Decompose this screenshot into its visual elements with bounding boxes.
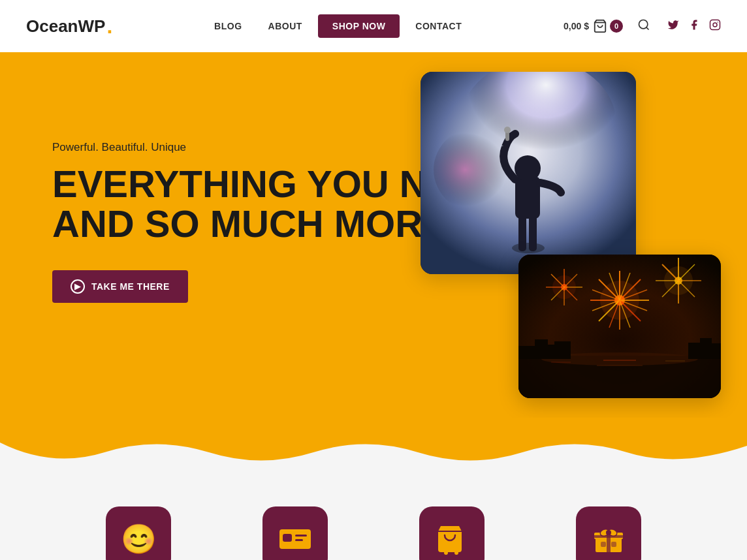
site-logo[interactable]: OceanWP.	[26, 14, 112, 39]
svg-rect-69	[283, 534, 292, 542]
nav-shop-now[interactable]: SHOP NOW	[318, 14, 400, 38]
svg-rect-11	[529, 215, 537, 251]
social-instagram[interactable]	[709, 19, 721, 34]
search-svg	[637, 18, 650, 31]
hero-image-fireworks	[518, 255, 721, 398]
feature-elementor-icon-wrap	[262, 506, 328, 560]
twitter-svg	[667, 19, 679, 31]
multi-purpose-icon: 😊	[121, 525, 157, 553]
cart-area[interactable]: 0,00 $ 0	[564, 19, 623, 33]
ecommerce-icon	[436, 523, 468, 555]
svg-point-74	[454, 551, 458, 555]
feature-extras: Superb Extras	[550, 506, 667, 560]
svg-rect-61	[688, 343, 701, 359]
svg-rect-71	[295, 539, 303, 541]
search-icon[interactable]	[637, 18, 650, 35]
svg-point-1	[639, 20, 648, 28]
feature-elementor: Elementor Ready	[236, 506, 354, 560]
instagram-svg	[709, 19, 721, 31]
wave-svg	[0, 416, 747, 469]
svg-rect-3	[710, 20, 720, 29]
svg-rect-62	[700, 338, 712, 359]
feature-ecommerce: E-Commerce Ready	[393, 506, 511, 560]
svg-rect-78	[594, 535, 623, 538]
hero-image-concert	[421, 72, 636, 274]
svg-rect-10	[518, 215, 526, 251]
feature-extras-icon-wrap	[576, 506, 641, 560]
cart-icon-wrap: 0	[593, 19, 623, 33]
cart-price: 0,00 $	[564, 21, 589, 31]
svg-point-5	[717, 22, 718, 23]
nav-contact[interactable]: CONTACT	[405, 16, 472, 37]
svg-point-56	[664, 266, 693, 295]
elementor-icon	[278, 526, 312, 552]
svg-line-2	[646, 27, 649, 29]
svg-rect-70	[295, 535, 307, 537]
hero-cta-button[interactable]: ▶ TAKE ME THERE	[52, 270, 188, 303]
hero-images	[421, 72, 721, 398]
concert-svg	[421, 72, 636, 274]
fireworks-svg	[518, 255, 721, 398]
features-section: 😊 Multi-Purpose Theme Elementor Ready	[0, 467, 747, 560]
svg-point-54	[600, 281, 639, 320]
cart-icon	[593, 19, 607, 33]
svg-point-15	[504, 127, 511, 133]
cart-count: 0	[610, 20, 623, 33]
hero-section: Powerful. Beautiful. Unique EVERYTHING Y…	[0, 52, 747, 418]
social-icons	[667, 19, 721, 34]
social-facebook[interactable]	[688, 19, 700, 34]
nav-about[interactable]: ABOUT	[258, 16, 313, 37]
svg-rect-59	[545, 345, 554, 359]
svg-rect-60	[554, 341, 571, 359]
feature-multi-purpose: 😊 Multi-Purpose Theme	[80, 506, 197, 560]
svg-point-73	[444, 551, 448, 555]
svg-point-9	[512, 243, 545, 253]
logo-dot: .	[106, 14, 112, 39]
header-right: 0,00 $ 0	[564, 18, 721, 35]
logo-text: OceanWP	[26, 16, 105, 37]
hero-title-line2: AND SO MUCH MORE	[52, 202, 448, 245]
svg-rect-82	[601, 542, 606, 547]
hero-cta-label: TAKE ME THERE	[91, 281, 170, 292]
svg-rect-63	[710, 343, 721, 359]
svg-point-55	[552, 275, 576, 299]
site-header: OceanWP. BLOG ABOUT SHOP NOW CONTACT 0,0…	[0, 0, 747, 52]
feature-multi-purpose-icon-wrap: 😊	[106, 506, 171, 560]
main-nav: BLOG ABOUT SHOP NOW CONTACT	[204, 14, 472, 38]
svg-point-13	[515, 155, 541, 181]
feature-ecommerce-icon-wrap	[419, 506, 485, 560]
svg-rect-83	[611, 542, 616, 547]
social-twitter[interactable]	[667, 19, 679, 34]
svg-point-4	[713, 23, 717, 27]
wave-divider	[0, 416, 747, 469]
hero-btn-icon: ▶	[71, 279, 85, 294]
nav-blog[interactable]: BLOG	[204, 16, 252, 37]
extras-icon	[592, 523, 626, 555]
svg-point-81	[606, 530, 611, 535]
facebook-svg	[688, 19, 700, 31]
